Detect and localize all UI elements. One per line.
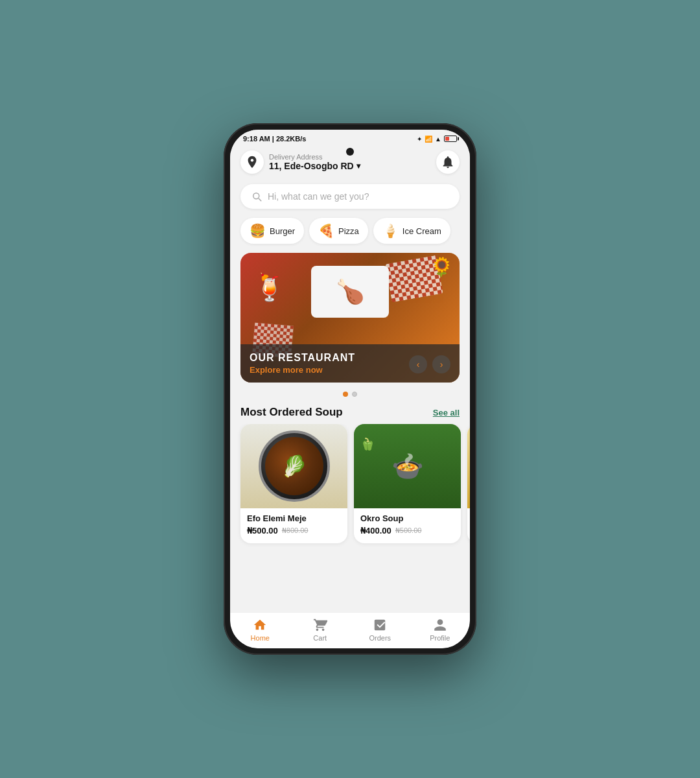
- okro-old-price: ₦500.00: [395, 526, 422, 535]
- status-icons: ✦ 📶 ▲: [417, 136, 457, 143]
- orders-icon: [373, 618, 387, 632]
- soup-section-header: Most Ordered Soup See all: [230, 403, 470, 424]
- efo-image: 🥬: [240, 424, 347, 508]
- header-left: Delivery Address 11, Ede-Osogbo RD ▾: [240, 150, 360, 174]
- dot-1[interactable]: [343, 392, 348, 397]
- nav-profile[interactable]: Profile: [421, 618, 460, 642]
- okro-price: ₦400.00: [360, 526, 391, 536]
- efo-old-price: ₦800.00: [282, 526, 309, 535]
- home-label: Home: [251, 634, 270, 642]
- camera-notch: [346, 148, 354, 156]
- bottom-navigation: Home Cart Orders Profile: [230, 612, 470, 648]
- see-all-button[interactable]: See all: [433, 408, 460, 418]
- burger-label: Burger: [270, 226, 295, 236]
- header-address: Delivery Address 11, Ede-Osogbo RD ▾: [269, 153, 360, 171]
- restaurant-banner[interactable]: 🍹 🌻 🍗 OUR RESTAURANT Explore more now ‹: [240, 253, 460, 383]
- banner-navigation: ‹ ›: [409, 355, 450, 373]
- pizza-emoji: 🍕: [318, 223, 334, 239]
- okro-name: Okro Soup: [354, 508, 461, 526]
- nav-cart[interactable]: Cart: [301, 618, 340, 642]
- address-chevron: ▾: [356, 161, 360, 171]
- partial-price-row: ₦6: [467, 524, 470, 534]
- okro-chunks: 🫑: [360, 437, 375, 451]
- scroll-content: Delivery Address 11, Ede-Osogbo RD ▾: [230, 145, 470, 612]
- food-card-efo[interactable]: 🥬 Efo Elemi Meje ₦500.00 ₦800.00: [240, 424, 347, 543]
- partial-name: Og: [467, 508, 470, 524]
- icecream-label: Ice Cream: [402, 226, 441, 236]
- signal-icon: 📶: [425, 136, 432, 143]
- notification-bell-button[interactable]: [436, 150, 460, 174]
- phone-frame: 9:18 AM | 28.2KB/s ✦ 📶 ▲: [224, 123, 476, 655]
- profile-icon: [433, 618, 447, 632]
- status-bar: 9:18 AM | 28.2KB/s ✦ 📶 ▲: [230, 130, 470, 145]
- banner-next-button[interactable]: ›: [432, 355, 450, 373]
- search-box[interactable]: Hi, what can we get you?: [240, 184, 460, 209]
- cart-icon: [313, 618, 327, 632]
- address-text: 11, Ede-Osogbo RD: [269, 161, 354, 171]
- efo-price: ₦500.00: [247, 526, 278, 536]
- pin-icon: [245, 155, 259, 169]
- orders-label: Orders: [369, 634, 391, 642]
- home-icon: [253, 618, 267, 632]
- food-card-partial[interactable]: 🍜 Og ₦6: [467, 424, 470, 543]
- dot-2[interactable]: [352, 392, 357, 397]
- search-placeholder: Hi, what can we get you?: [268, 191, 369, 202]
- okro-image: 🫑 🍲: [354, 424, 461, 508]
- food-plate: 🍗: [311, 266, 389, 318]
- prev-icon: ‹: [417, 359, 420, 370]
- burger-emoji: 🍔: [250, 223, 266, 239]
- flowers-decor: 🌻: [430, 256, 453, 277]
- wifi-icon: ▲: [435, 136, 441, 143]
- next-icon: ›: [440, 359, 443, 370]
- address-row[interactable]: 11, Ede-Osogbo RD ▾: [269, 161, 360, 171]
- okro-price-row: ₦400.00 ₦500.00: [354, 526, 461, 536]
- icecream-emoji: 🍦: [382, 223, 399, 239]
- okro-bowl: 🫑 🍲: [354, 424, 461, 508]
- partial-image: 🍜: [467, 424, 470, 508]
- bluetooth-icon: ✦: [417, 136, 422, 143]
- status-time: 9:18 AM | 28.2KB/s: [243, 135, 306, 143]
- location-pin-button[interactable]: [240, 150, 264, 174]
- search-icon: [251, 191, 262, 202]
- pot-inner-efo: 🥬: [265, 437, 323, 495]
- food-card-okro[interactable]: 🫑 🍲 Okro Soup ₦400.00 ₦500.00: [354, 424, 461, 543]
- banner-image: 🍹 🌻 🍗 OUR RESTAURANT Explore more now ‹: [240, 253, 460, 383]
- banner-dots: [230, 388, 470, 403]
- drink-glass: 🍹: [253, 272, 286, 303]
- nav-home[interactable]: Home: [240, 618, 279, 642]
- categories-row: 🍔 Burger 🍕 Pizza 🍦 Ice Cream: [230, 215, 470, 250]
- cart-label: Cart: [313, 634, 327, 642]
- efo-name: Efo Elemi Meje: [240, 508, 347, 526]
- category-pizza[interactable]: 🍕 Pizza: [309, 218, 368, 244]
- section-title: Most Ordered Soup: [240, 406, 343, 419]
- phone-screen: 9:18 AM | 28.2KB/s ✦ 📶 ▲: [230, 130, 470, 648]
- profile-label: Profile: [430, 634, 450, 642]
- pot-efo: 🥬: [259, 430, 330, 502]
- pizza-label: Pizza: [338, 226, 359, 236]
- bell-icon: [441, 155, 455, 169]
- category-burger[interactable]: 🍔 Burger: [240, 218, 304, 244]
- food-cards-row: 🥬 Efo Elemi Meje ₦500.00 ₦800.00 🫑 🍲: [230, 424, 470, 554]
- efo-price-row: ₦500.00 ₦800.00: [240, 526, 347, 536]
- category-icecream[interactable]: 🍦 Ice Cream: [373, 218, 450, 244]
- battery-icon: [444, 136, 457, 142]
- search-container: Hi, what can we get you?: [230, 180, 470, 215]
- nav-orders[interactable]: Orders: [360, 618, 399, 642]
- banner-prev-button[interactable]: ‹: [409, 355, 427, 373]
